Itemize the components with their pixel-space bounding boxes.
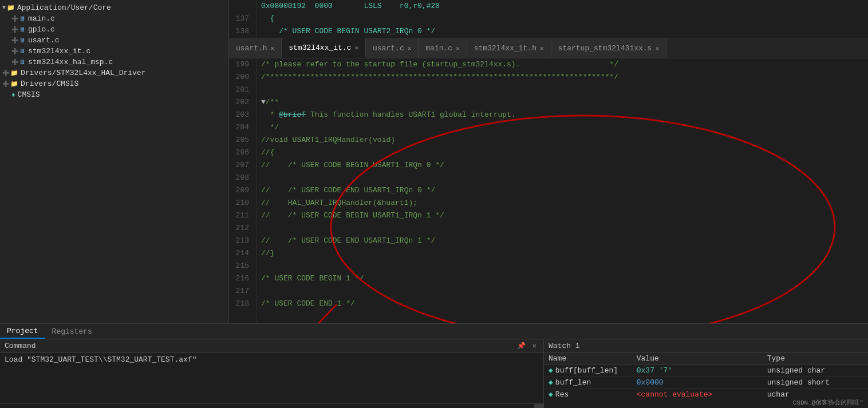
expand-icon: ➕	[2, 70, 9, 77]
code-line-213: // /* USER CODE END USART1_IRQn 1 */	[261, 235, 863, 247]
sidebar-item-drivers-cmsis[interactable]: ➕ 📁 Drivers/CMSIS	[0, 78, 228, 89]
watch-row-2[interactable]: ◆Res <cannot evaluate> uchar	[544, 389, 868, 398]
file-icon: 🗎	[19, 47, 26, 55]
expand-icon: ➕	[2, 81, 9, 88]
folder-icon: 📁	[10, 69, 18, 77]
tab-close-stm32l4xx-h[interactable]: ✕	[540, 45, 544, 52]
code-line-212	[261, 222, 863, 235]
sidebar-item-gpio-c[interactable]: ➕ 🗎 gpio.c	[0, 24, 228, 35]
scroll-thumb[interactable]	[534, 404, 543, 408]
command-content: Load "STM32_UART_TEST\\STM32_UART_TEST.a…	[0, 353, 543, 403]
sidebar-item-hal-msp-c[interactable]: ➕ 🗎 stm32l4xx_hal_msp.c	[0, 57, 228, 68]
command-scrollbar[interactable]	[0, 403, 543, 408]
tab-label-startup: startup_stm32l431xx.s	[558, 44, 652, 53]
sidebar-item-usart-c[interactable]: ➕ 🗎 usart.c	[0, 35, 228, 46]
watch-row-1[interactable]: ◆buff_len 0x0000 unsigned short	[544, 377, 868, 389]
tab-startup[interactable]: startup_stm32l431xx.s ✕	[551, 38, 666, 58]
preview-line-numbers: 137 138	[229, 0, 257, 38]
code-line-205: //void USART1_IRQHandler(void)	[261, 134, 863, 146]
tab-label-usart-c: usart.c	[373, 44, 404, 53]
code-content[interactable]: /* please refer to the startup file (sta…	[257, 58, 868, 323]
watch-type-1: unsigned short	[763, 377, 868, 389]
file-icon: 🗎	[19, 15, 26, 22]
tab-registers-label: Registers	[52, 327, 92, 336]
watch-col-type: Type	[763, 353, 868, 365]
tabs-bar: usart.h ✕ stm32l4xx_it.c ✕ usart.c ✕ mai…	[229, 38, 868, 58]
code-line-200: /***************************************…	[261, 71, 863, 84]
tab-usart-h[interactable]: usart.h ✕	[229, 38, 282, 58]
sidebar-item-stm32l4xx-it-c[interactable]: ➕ 🗎 stm32l4xx_it.c	[0, 46, 228, 57]
code-line-217	[261, 285, 863, 298]
watch-name-0: ◆buff[buff_len]	[544, 365, 632, 377]
code-line-210: // HAL_UART_IRQHandler(&huart1);	[261, 197, 863, 209]
file-tree: ▼ 📁 Application/User/Core ➕ 🗎 main.c ➕ 🗎…	[0, 0, 229, 323]
expand-icon: ➕	[11, 37, 18, 44]
watch-table: Name Value Type ◆buff[buff_len] 0x37 '7'…	[544, 353, 868, 397]
sidebar-item-drivers-stm32[interactable]: ➕ 📁 Drivers/STM32L4xx_HAL_Driver	[0, 68, 228, 78]
folder-icon: 📁	[7, 4, 15, 11]
watch-value-1: 0x0000	[632, 377, 763, 389]
close-panel-icon[interactable]: ✕	[530, 341, 539, 351]
watch-name-1: ◆buff_len	[544, 377, 632, 389]
sidebar-label-hal-msp-c: stm32l4xx_hal_msp.c	[28, 58, 113, 66]
tab-project[interactable]: Project	[0, 324, 45, 339]
pin-icon[interactable]: 📌	[515, 341, 528, 351]
code-line-216: /* USER CODE BEGIN 1 */	[261, 272, 863, 285]
tab-close-main-c[interactable]: ✕	[456, 45, 460, 52]
expand-icon: ➕	[11, 26, 18, 33]
line-numbers: 199 200 201 202 203 204 205 206 207 208 …	[229, 58, 257, 323]
watch-type-0: unsigned char	[763, 365, 868, 377]
watch-panel-header: Watch 1	[544, 339, 868, 353]
tab-registers[interactable]: Registers	[45, 324, 99, 339]
panel-header-icons: 📌 ✕	[515, 341, 539, 351]
code-line-218: /* USER CODE END 1 */	[261, 298, 863, 310]
sidebar-label-main-c: main.c	[28, 14, 55, 23]
bottom-panels: Command 📌 ✕ Load "STM32_UART_TEST\\STM32…	[0, 339, 868, 408]
file-icon: 🗎	[19, 26, 26, 33]
code-line-206: //{	[261, 146, 863, 159]
sidebar-label-stm32l4xx-it-c: stm32l4xx_it.c	[28, 47, 90, 56]
watch-icon-0: ◆	[549, 366, 553, 375]
tab-project-label: Project	[7, 327, 38, 335]
watch-value-2: <cannot evaluate>	[632, 389, 763, 398]
tab-close-startup[interactable]: ✕	[655, 45, 659, 52]
sidebar-label-drivers-stm32: Drivers/STM32L4xx_HAL_Driver	[21, 69, 145, 77]
tab-close-usart-c[interactable]: ✕	[408, 45, 412, 52]
expand-icon: ▼	[2, 5, 6, 11]
sidebar-label-app-user-core: Application/User/Core	[17, 3, 111, 12]
file-icon: 🗎	[19, 58, 26, 66]
file-icon: 🗎	[19, 37, 26, 44]
code-editor[interactable]: 199 200 201 202 203 204 205 206 207 208 …	[229, 58, 868, 323]
watch-title: Watch 1	[549, 342, 580, 350]
watch-col-value: Value	[632, 353, 763, 365]
tab-close-usart-h[interactable]: ✕	[271, 45, 275, 52]
watch-value-0: 0x37 '7'	[632, 365, 763, 377]
tab-stm32l4xx-h[interactable]: stm32l4xx_it.h ✕	[467, 38, 551, 58]
sidebar-item-cmsis[interactable]: ♦ CMSIS	[0, 89, 228, 100]
code-line-215	[261, 260, 863, 272]
code-line-202: ▼/**	[261, 96, 863, 109]
watch-panel: Watch 1 Name Value Type ◆buff[buff_len] …	[544, 339, 868, 408]
sidebar-label-gpio-c: gpio.c	[28, 25, 55, 34]
expand-icon: ➕	[11, 59, 18, 66]
code-line-203: * @brief This function handles USART1 gl…	[261, 109, 863, 121]
tab-label-main-c: main.c	[425, 44, 452, 53]
tab-stm32l4xx-it-c[interactable]: stm32l4xx_it.c ✕	[282, 38, 366, 58]
sidebar-item-main-c[interactable]: ➕ 🗎 main.c	[0, 13, 228, 24]
sidebar-item-app-user-core[interactable]: ▼ 📁 Application/User/Core	[0, 2, 228, 13]
code-line-209: // /* USER CODE END USART1_IRQn 0 */	[261, 184, 863, 197]
code-line-199: /* please refer to the startup file (sta…	[261, 58, 863, 71]
command-panel: Command 📌 ✕ Load "STM32_UART_TEST\\STM32…	[0, 339, 544, 408]
watch-type-2: uchar	[763, 389, 868, 398]
tab-label-usart-h: usart.h	[236, 44, 267, 53]
code-line-214: //}	[261, 247, 863, 260]
editor-area: 137 138 0x08000192 0000 LSLS r0,r0,#28 {…	[229, 0, 868, 323]
expand-icon: ➕	[11, 15, 18, 22]
watch-row-0[interactable]: ◆buff[buff_len] 0x37 '7' unsigned char	[544, 365, 868, 377]
code-line-201	[261, 84, 863, 96]
tab-close-stm32l4xx-it-c[interactable]: ✕	[354, 44, 358, 52]
code-line-207: // /* USER CODE BEGIN USART1_IRQn 0 */	[261, 159, 863, 172]
folder-icon: 📁	[10, 80, 18, 88]
tab-usart-c[interactable]: usart.c ✕	[366, 38, 419, 58]
tab-main-c[interactable]: main.c ✕	[419, 38, 467, 58]
